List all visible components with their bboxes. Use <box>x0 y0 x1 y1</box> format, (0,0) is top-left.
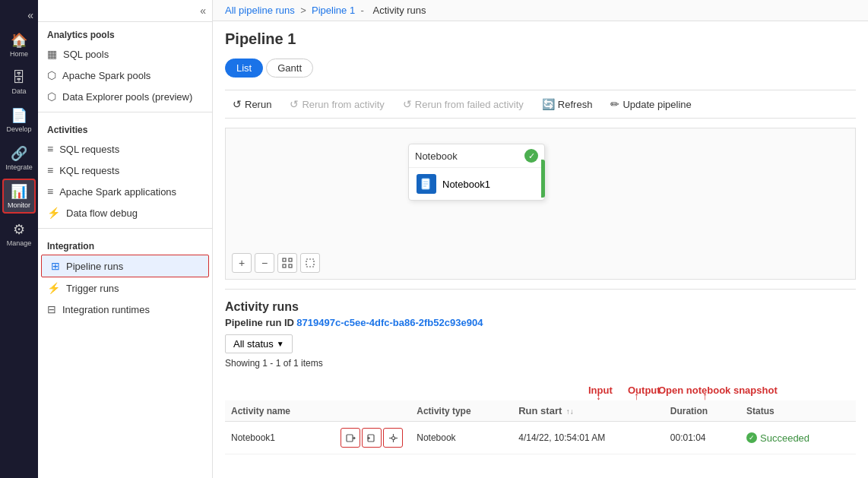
sidebar-item-pipeline-runs[interactable]: ⊞ Pipeline runs <box>41 255 209 277</box>
sidebar-item-develop[interactable]: 📄 Develop <box>2 103 36 138</box>
icon-nav: « 🏠 Home 🗄 Data 📄 Develop 🔗 Integrate 📊 … <box>0 0 38 478</box>
tab-list[interactable]: List <box>225 59 263 78</box>
rerun-from-activity-button[interactable]: ↺ Rerun from activity <box>282 95 391 113</box>
home-icon: 🏠 <box>11 32 27 49</box>
activity-runs-title: Activity runs <box>225 300 856 314</box>
sidebar-item-apache-spark-pools[interactable]: ⬡ Apache Spark pools <box>38 65 212 86</box>
col-activity-name: Activity name <box>225 400 334 422</box>
manage-icon: ⚙ <box>13 221 25 238</box>
breadcrumb-pipeline[interactable]: Pipeline 1 <box>312 5 355 16</box>
pipeline-run-id-value[interactable]: 8719497c-c5ee-4dfc-ba86-2fb52c93e904 <box>296 317 483 328</box>
monitor-icon: 📊 <box>11 183 27 200</box>
sort-icon: ↑↓ <box>566 407 574 416</box>
divider-1 <box>38 112 212 112</box>
update-pipeline-button[interactable]: ✏ Update pipeline <box>603 95 699 113</box>
svg-rect-8 <box>306 259 314 267</box>
pipeline-runs-icon: ⊞ <box>51 260 60 272</box>
refresh-icon: 🔄 <box>542 98 555 110</box>
sidebar-item-sql-requests[interactable]: ≡ SQL requests <box>38 138 212 160</box>
status-dot-green: ✓ <box>746 432 757 443</box>
integrate-icon: 🔗 <box>11 145 27 162</box>
annotation-output: Output <box>628 385 661 396</box>
sidebar-item-integrate[interactable]: 🔗 Integrate <box>2 141 36 176</box>
breadcrumb-all-runs[interactable]: All pipeline runs <box>225 5 295 16</box>
zoom-in-button[interactable]: + <box>232 253 252 273</box>
cell-status: ✓ Succeeded <box>740 422 856 454</box>
spark-apps-icon: ≡ <box>47 185 53 198</box>
col-actions <box>334 400 410 422</box>
divider-2 <box>38 228 212 229</box>
kql-requests-icon: ≡ <box>47 164 53 176</box>
sidebar-collapse-btn[interactable]: « <box>200 5 206 17</box>
data-explorer-icon: ⬡ <box>47 90 56 103</box>
input-icon-btn[interactable] <box>341 428 360 448</box>
action-icons-group <box>341 428 404 448</box>
sidebar-item-integration-runtimes[interactable]: ⊟ Integration runtimes <box>38 299 212 320</box>
rerun-button[interactable]: ↺ Rerun <box>225 95 279 113</box>
output-icon-btn[interactable] <box>362 428 382 448</box>
sidebar-item-kql-requests[interactable]: ≡ KQL requests <box>38 160 212 181</box>
sidebar-item-trigger-runs[interactable]: ⚡ Trigger runs <box>38 277 212 299</box>
svg-rect-9 <box>347 435 353 442</box>
edit-icon: ✏ <box>610 98 619 110</box>
nav-collapse-btn[interactable]: « <box>24 6 36 24</box>
annotation-open-notebook: Open notebook snapshot <box>658 385 778 396</box>
rerun-from-failed-button[interactable]: ↺ Rerun from failed activity <box>395 95 531 113</box>
sidebar-item-data[interactable]: 🗄 Data <box>2 65 36 100</box>
sidebar-item-sql-pools[interactable]: ▦ SQL pools <box>38 43 212 65</box>
sidebar-item-monitor[interactable]: 📊 Monitor <box>2 179 36 214</box>
tab-gantt[interactable]: Gantt <box>266 59 313 78</box>
cell-actions <box>334 422 410 454</box>
input-arrow: ↓ <box>596 390 601 402</box>
refresh-button[interactable]: 🔄 Refresh <box>534 95 600 113</box>
notebook-card-header: Notebook ✓ <box>409 144 544 168</box>
sidebar-item-data-flow-debug[interactable]: ⚡ Data flow debug <box>38 202 212 223</box>
output-arrow: ↑ <box>634 390 639 402</box>
sidebar: « Analytics pools ▦ SQL pools ⬡ Apache S… <box>38 0 213 478</box>
sidebar-item-home[interactable]: 🏠 Home <box>2 27 36 62</box>
showing-text: Showing 1 - 1 of 1 items <box>225 358 856 369</box>
breadcrumb-sep1: > <box>300 5 306 16</box>
sidebar-item-manage[interactable]: ⚙ Manage <box>2 217 36 252</box>
rerun-from-failed-icon: ↺ <box>403 98 412 110</box>
notebook-card-body: Notebook1 <box>409 168 544 200</box>
status-succeeded-indicator: ✓ Succeeded <box>746 432 850 444</box>
sql-requests-icon: ≡ <box>47 143 53 155</box>
col-duration: Duration <box>664 400 740 422</box>
breadcrumb-current: Activity runs <box>372 5 426 16</box>
fit-to-screen-button[interactable] <box>277 253 297 273</box>
annotation-bar: Input Output Open notebook snapshot ↓ ↑ … <box>225 373 856 400</box>
table-header: Activity name Activity type Run start ↑↓… <box>225 400 856 422</box>
table-row: Notebook1 <box>225 422 856 454</box>
sidebar-item-data-explorer-pools[interactable]: ⬡ Data Explorer pools (preview) <box>38 86 212 107</box>
activity-table: Activity name Activity type Run start ↑↓… <box>225 400 856 454</box>
select-all-button[interactable] <box>300 253 320 273</box>
col-run-start: Run start ↑↓ <box>512 400 664 422</box>
cell-run-start: 4/14/22, 10:54:01 AM <box>512 422 664 454</box>
rerun-from-activity-icon: ↺ <box>290 98 299 110</box>
canvas-controls: + − <box>232 253 320 273</box>
spark-pools-icon: ⬡ <box>47 69 56 81</box>
breadcrumb-sep2: - <box>361 5 367 16</box>
pipeline-canvas[interactable]: Notebook ✓ Notebook1 <box>225 128 856 280</box>
svg-rect-5 <box>289 258 292 261</box>
chevron-down-icon: ▼ <box>277 340 284 348</box>
notebook-icon <box>417 174 436 194</box>
sql-pools-icon: ▦ <box>47 48 57 60</box>
sidebar-item-apache-spark-apps[interactable]: ≡ Apache Spark applications <box>38 181 212 202</box>
svg-rect-4 <box>283 258 286 261</box>
pipeline-run-id-row: Pipeline run ID 8719497c-c5ee-4dfc-ba86-… <box>225 317 856 328</box>
develop-icon: 📄 <box>11 107 27 124</box>
main-content: All pipeline runs > Pipeline 1 - Activit… <box>213 0 868 478</box>
open-notebook-snapshot-btn[interactable] <box>383 428 403 448</box>
integration-runtimes-icon: ⊟ <box>47 303 56 315</box>
rerun-icon: ↺ <box>233 98 242 110</box>
zoom-out-button[interactable]: − <box>255 253 274 273</box>
status-dropdown[interactable]: All status ▼ <box>225 334 293 353</box>
cell-activity-name: Notebook1 <box>225 422 334 454</box>
open-notebook-arrow: ↑ <box>702 390 708 402</box>
toolbar: ↺ Rerun ↺ Rerun from activity ↺ Rerun fr… <box>225 90 856 119</box>
page-title: Pipeline 1 <box>225 30 856 48</box>
svg-rect-6 <box>283 264 286 267</box>
data-flow-icon: ⚡ <box>47 207 60 219</box>
